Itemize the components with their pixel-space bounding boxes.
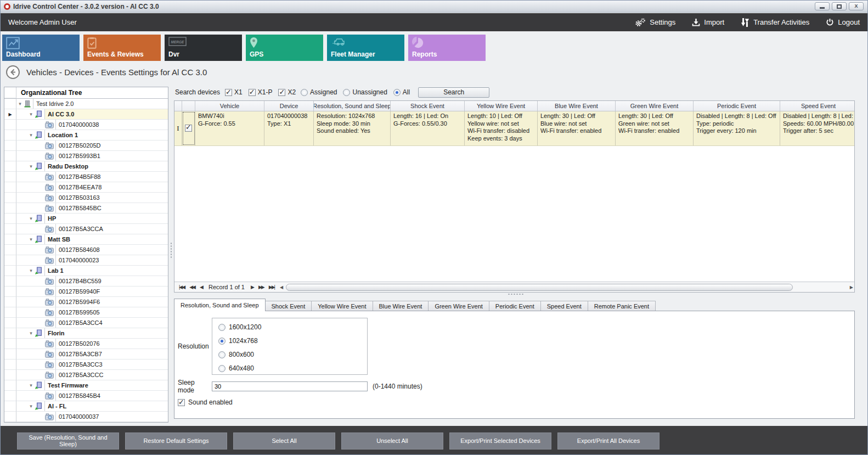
next-page-button[interactable]: ▶▶: [258, 284, 264, 290]
column-header-resolution-sound-and-sleep[interactable]: Resolution, Sound and Sleep: [314, 101, 391, 111]
filter-radio-unassigned[interactable]: Unassigned: [343, 88, 387, 96]
save-resolution-sound-and-sleep-button[interactable]: Save (Resolution, Sound and Sleep): [17, 432, 119, 450]
horizontal-splitter-grip[interactable]: [508, 293, 524, 295]
collapse-arrow-icon[interactable]: ▾: [27, 383, 35, 388]
export-print-all-devices-button[interactable]: Export/Print All Devices: [557, 432, 660, 450]
device-type-checkbox-x2[interactable]: X2: [278, 88, 296, 96]
close-button[interactable]: X: [849, 2, 864, 10]
tree-row-00127b5994f6[interactable]: 00127B5994F6: [4, 297, 168, 307]
column-header-green-wire-event[interactable]: Green Wire Event: [616, 101, 694, 111]
next-record-button[interactable]: ▶: [251, 284, 253, 290]
radio-icon[interactable]: [218, 338, 226, 345]
column-header-yellow-wire-event[interactable]: Yellow Wire Event: [465, 101, 538, 111]
filter-radio-all[interactable]: All: [393, 88, 410, 96]
tree-row-al-fl[interactable]: ▾Al - FL: [4, 401, 168, 412]
scroll-left-icon[interactable]: ◀: [280, 285, 283, 290]
scrollbar-thumb[interactable]: [286, 284, 793, 291]
tree-row-00127b503163[interactable]: 00127B503163: [4, 193, 168, 203]
tab-blue-wire-event[interactable]: Blue Wire Event: [373, 301, 429, 311]
tree-row-00127b5a3cc3[interactable]: 00127B5A3CC3: [4, 359, 168, 370]
tree-row-00127b5993b1[interactable]: 00127B5993B1: [4, 151, 168, 161]
tree-row-00127b4b5f88[interactable]: 00127B4B5F88: [4, 172, 168, 182]
select-all-button[interactable]: Select All: [233, 432, 335, 450]
module-tab-reports[interactable]: Reports: [408, 35, 486, 61]
horizontal-scrollbar[interactable]: ◀ ▶: [279, 282, 854, 292]
export-print-selected-devices-button[interactable]: Export/Print Selected Devices: [449, 432, 551, 450]
tree-row-00127b50205d[interactable]: 00127B50205D: [4, 141, 168, 151]
column-header-device[interactable]: Device: [264, 101, 314, 111]
tree-row-00127b4bc559[interactable]: 00127B4BC559: [4, 276, 168, 287]
checkbox-icon[interactable]: [249, 89, 256, 96]
grid-cell-blue-wire-event[interactable]: Length: 30 | Led: OffBlue wire: not setW…: [538, 111, 616, 145]
resolution-option-1600x1200[interactable]: 1600x1200: [218, 323, 367, 331]
restore-default-settings-button[interactable]: Restore Default Settings: [125, 432, 227, 450]
grid-cell-resolution-sound-and-sleep[interactable]: Resolution: 1024x768Sleep mode: 30 minSo…: [314, 111, 391, 145]
resolution-option-800x600[interactable]: 800x600: [218, 351, 367, 358]
resolution-option-640x480[interactable]: 640x480: [218, 364, 367, 372]
collapse-arrow-icon[interactable]: ▾: [27, 164, 35, 169]
radio-icon[interactable]: [218, 365, 226, 372]
module-tab-dvr[interactable]: MERGEDvr: [165, 35, 242, 61]
grid-cell-shock-event[interactable]: Length: 16 | Led: OnG-Forces: 0.55/0.30: [391, 111, 465, 145]
collapse-arrow-icon[interactable]: ▾: [27, 237, 35, 242]
topbar-action-transfer-activities[interactable]: Transfer Activities: [741, 18, 809, 27]
radio-icon[interactable]: [301, 89, 308, 96]
tree-row-017040000023[interactable]: 017040000023: [4, 255, 168, 266]
tab-remote-panic-event[interactable]: Remote Panic Event: [588, 301, 656, 311]
module-tab-fleet-manager[interactable]: Fleet Manager: [327, 35, 404, 61]
vertical-splitter-grip[interactable]: [170, 242, 172, 259]
tab-shock-event[interactable]: Shock Event: [266, 301, 312, 311]
device-type-checkbox-x1[interactable]: X1: [225, 88, 243, 96]
search-button[interactable]: Search: [418, 87, 489, 98]
collapse-arrow-icon[interactable]: ▾: [27, 132, 35, 138]
tab-yellow-wire-event[interactable]: Yellow Wire Event: [312, 301, 373, 311]
unselect-all-button[interactable]: Unselect All: [341, 432, 443, 450]
grid-cell-device[interactable]: 017040000038Type: X1: [264, 111, 314, 145]
filter-radio-assigned[interactable]: Assigned: [301, 88, 337, 96]
collapse-arrow-icon[interactable]: ▾: [27, 330, 35, 336]
topbar-action-import[interactable]: Import: [692, 18, 724, 27]
tree-row-00127b5845b4[interactable]: 00127B5845B4: [4, 391, 168, 401]
grid-cell-yellow-wire-event[interactable]: Length: 10 | Led: OffYellow wire: not se…: [465, 111, 538, 145]
tree-row-location-1[interactable]: ▾Location 1: [4, 130, 168, 141]
tab-resolution-sound-and-sleep[interactable]: Resolution, Sound and Sleep: [174, 299, 266, 311]
row-select-checkbox[interactable]: [185, 125, 192, 132]
collapse-arrow-icon[interactable]: ▾: [27, 403, 35, 409]
tree-row-00127b5a3ccc[interactable]: 00127B5A3CCC: [4, 370, 168, 380]
tree-row-test-firmware[interactable]: ▾Test Firmware: [4, 380, 168, 391]
maximize-button[interactable]: [832, 2, 847, 10]
column-header-periodic-event[interactable]: Periodic Event: [694, 101, 780, 111]
row-select-cell[interactable]: [182, 111, 195, 145]
tree-row-hp[interactable]: ▾HP: [4, 214, 168, 224]
grid-cell-periodic-event[interactable]: Disabled | Length: 8 | Led: OffType: per…: [694, 111, 780, 145]
collapse-arrow-icon[interactable]: ▾: [16, 101, 24, 106]
tree-row-00127b584608[interactable]: 00127B584608: [4, 245, 168, 255]
grid-cell-vehicle[interactable]: BMW740iG-Force: 0.55: [195, 111, 264, 145]
tree-row-00127b59940f[interactable]: 00127B59940F: [4, 287, 168, 297]
scroll-right-icon[interactable]: ▶: [850, 285, 853, 290]
checkbox-icon[interactable]: [225, 89, 232, 96]
tree-row-00127b5a3cca[interactable]: 00127B5A3CCA: [4, 224, 168, 234]
back-button[interactable]: [6, 65, 20, 79]
radio-icon[interactable]: [393, 89, 401, 96]
collapse-arrow-icon[interactable]: ▾: [27, 111, 35, 117]
topbar-action-logout[interactable]: Logout: [826, 18, 860, 27]
tree-row-00127b5a3cc4[interactable]: 00127B5A3CC4: [4, 318, 168, 328]
tree-row-00127b502076[interactable]: 00127B502076: [4, 339, 168, 349]
first-record-button[interactable]: |◀◀: [179, 284, 184, 290]
column-header-shock-event[interactable]: Shock Event: [391, 101, 465, 111]
tree-row-test-idrive-2-0[interactable]: ▾Test Idrive 2.0: [4, 99, 168, 109]
module-tab-gps[interactable]: GPS: [246, 35, 323, 61]
tree-row-00127b4eea78[interactable]: 00127B4EEA78: [4, 182, 168, 193]
sound-enabled-checkbox[interactable]: [178, 399, 185, 406]
radio-icon[interactable]: [218, 324, 226, 331]
tab-speed-event[interactable]: Speed Event: [541, 301, 588, 311]
resolution-option-1024x768[interactable]: 1024x768: [218, 337, 367, 345]
radio-icon[interactable]: [343, 89, 350, 96]
tree-row-00127b599505[interactable]: 00127B599505: [4, 307, 168, 318]
radio-icon[interactable]: [218, 351, 226, 358]
tab-green-wire-event[interactable]: Green Wire Event: [429, 301, 489, 311]
tab-periodic-event[interactable]: Periodic Event: [489, 301, 541, 311]
topbar-action-settings[interactable]: Settings: [634, 18, 675, 27]
module-tab-dashboard[interactable]: Dashboard: [2, 35, 80, 61]
